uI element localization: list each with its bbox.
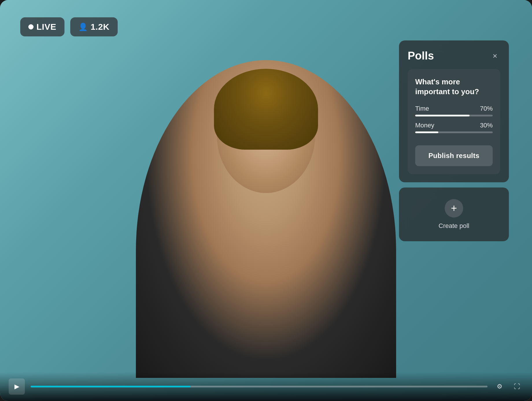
control-icons: ⚙ ⛶ (493, 380, 523, 393)
settings-icon: ⚙ (497, 383, 503, 390)
close-button[interactable]: × (490, 51, 500, 61)
poll-option-money-pct: 30% (480, 122, 493, 129)
live-dot-icon (28, 24, 34, 29)
poll-bar-money-track (415, 131, 493, 133)
people-icon: 👤 (78, 23, 88, 31)
polls-card: Polls × What's more important to you? Ti… (399, 40, 509, 182)
person-hair (214, 69, 318, 150)
create-poll-card: + Create poll (399, 187, 509, 241)
play-icon: ▶ (14, 383, 19, 390)
settings-button[interactable]: ⚙ (493, 380, 506, 393)
video-player: LIVE 👤 1.2K Polls × What's more importan… (0, 0, 532, 401)
create-poll-label: Create poll (439, 222, 469, 230)
live-label: LIVE (36, 22, 56, 32)
fullscreen-icon: ⛶ (514, 383, 520, 390)
poll-bar-time-fill (415, 115, 470, 116)
poll-option-money: Money 30% (415, 122, 493, 133)
video-controls-bar: ▶ ⚙ ⛶ (0, 372, 532, 401)
publish-results-button[interactable]: Publish results (415, 145, 493, 166)
poll-option-time-label: Time (415, 105, 429, 112)
poll-option-time-pct: 70% (480, 105, 493, 112)
poll-bar-time-track (415, 115, 493, 116)
poll-question-card: What's more important to you? Time 70% M… (408, 69, 500, 174)
fullscreen-button[interactable]: ⛶ (511, 380, 523, 393)
progress-bar[interactable] (31, 386, 487, 387)
poll-question: What's more important to you? (415, 77, 493, 97)
viewers-badge: 👤 1.2K (70, 17, 118, 36)
poll-bar-money-fill (415, 131, 438, 133)
top-badges: LIVE 👤 1.2K (20, 17, 118, 36)
polls-panel: Polls × What's more important to you? Ti… (399, 40, 509, 241)
polls-title: Polls (408, 50, 434, 62)
create-poll-button[interactable]: + (445, 199, 463, 218)
progress-bar-fill (31, 386, 191, 387)
play-button[interactable]: ▶ (9, 378, 25, 395)
live-badge: LIVE (20, 17, 64, 36)
poll-option-time: Time 70% (415, 105, 493, 116)
poll-option-money-label: Money (415, 122, 434, 129)
viewers-count: 1.2K (90, 22, 109, 32)
polls-header: Polls × (408, 50, 500, 62)
